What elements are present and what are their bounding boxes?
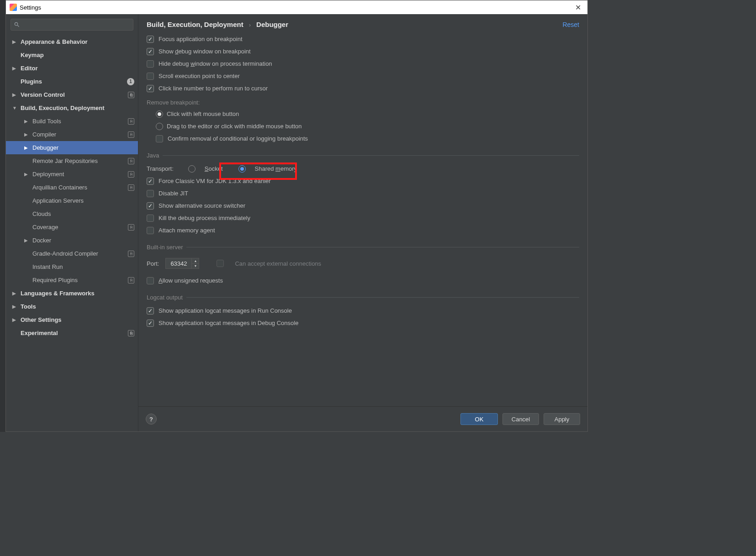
sidebar-item-instant-run[interactable]: Instant Run (6, 260, 138, 273)
port-spinner[interactable]: ▲ ▼ (165, 258, 199, 269)
sidebar-item-label: Experimental (21, 330, 128, 336)
label-scroll-to-center: Scroll execution point to center (159, 73, 240, 79)
sidebar-item-remote-jar-repositories[interactable]: Remote Jar Repositories⎘ (6, 154, 138, 168)
sidebar-item-label: Plugins (21, 78, 127, 85)
settings-dialog: Settings ✕ ▶Appearance & BehaviorKeymap▶… (5, 0, 588, 432)
tree-arrow-icon: ▶ (12, 66, 18, 71)
background-window-sliver (0, 0, 5, 432)
sidebar-item-label: Keymap (21, 52, 134, 58)
checkbox-logcat-debug[interactable] (147, 320, 154, 327)
cancel-button[interactable]: Cancel (502, 413, 539, 425)
tree-arrow-icon: ▶ (24, 238, 30, 243)
radio-transport-socket[interactable] (188, 165, 196, 173)
checkbox-disable-jit[interactable] (147, 190, 154, 197)
section-builtin-server: Built-in server Port: ▲ ▼ Can accept (147, 244, 579, 287)
label-port: Port: (147, 260, 159, 267)
sidebar-item-label: Docker (32, 237, 134, 244)
sidebar-item-keymap[interactable]: Keymap (6, 48, 138, 62)
label-logcat-debug: Show application logcat messages in Debu… (159, 320, 298, 326)
port-stepper[interactable]: ▲ ▼ (191, 258, 199, 268)
port-step-down-icon[interactable]: ▼ (192, 264, 199, 269)
breadcrumb-parent[interactable]: Build, Execution, Deployment (147, 21, 243, 28)
sidebar-item-label: Editor (21, 65, 134, 72)
sidebar-item-coverage[interactable]: Coverage⎘ (6, 220, 138, 234)
close-button[interactable]: ✕ (572, 3, 584, 12)
checkbox-accept-external[interactable] (217, 260, 224, 267)
checkbox-logcat-run[interactable] (147, 307, 154, 315)
checkbox-force-classic-vm[interactable] (147, 178, 154, 185)
tree-arrow-icon: ▶ (24, 172, 30, 177)
sidebar-item-plugins[interactable]: Plugins1 (6, 75, 138, 88)
sidebar-item-docker[interactable]: ▶Docker (6, 234, 138, 247)
apply-button[interactable]: Apply (544, 413, 580, 425)
sidebar-item-build-tools[interactable]: ▶Build Tools⎘ (6, 115, 138, 128)
settings-tree: ▶Appearance & BehaviorKeymap▶EditorPlugi… (6, 33, 138, 431)
sidebar-item-application-servers[interactable]: Application Servers (6, 194, 138, 207)
checkbox-kill-debug-process[interactable] (147, 215, 154, 222)
checkbox-confirm-removal[interactable] (156, 135, 163, 142)
sidebar-item-label: Build, Execution, Deployment (21, 105, 134, 111)
main-panel: Build, Execution, Deployment › Debugger … (138, 14, 587, 431)
radio-transport-shared-memory[interactable] (238, 165, 246, 173)
search-input-wrap[interactable] (11, 19, 133, 31)
breadcrumb-separator: › (249, 22, 251, 28)
label-alt-source-switcher: Show alternative source switcher (159, 202, 245, 209)
project-scope-icon: ⎘ (128, 330, 134, 336)
sidebar-item-arquillian-containers[interactable]: Arquillian Containers⎘ (6, 181, 138, 194)
tree-arrow-icon: ▶ (12, 317, 18, 322)
sidebar-item-debugger[interactable]: ▶Debugger (6, 141, 138, 154)
sidebar-item-other-settings[interactable]: ▶Other Settings (6, 313, 138, 326)
window-title: Settings (20, 4, 572, 11)
port-input[interactable] (166, 260, 191, 267)
sidebar-item-experimental[interactable]: Experimental⎘ (6, 326, 138, 340)
ok-button[interactable]: OK (460, 413, 498, 425)
tree-arrow-icon: ▶ (12, 291, 18, 296)
radio-remove-drag[interactable] (156, 123, 163, 130)
sidebar: ▶Appearance & BehaviorKeymap▶EditorPlugi… (6, 14, 138, 431)
sidebar-item-clouds[interactable]: Clouds (6, 207, 138, 220)
checkbox-hide-debug-window[interactable] (147, 60, 154, 68)
checkbox-focus-on-breakpoint[interactable] (147, 36, 154, 43)
label-transport-shared-memory: Shared memory (255, 165, 297, 172)
tree-arrow-icon: ▶ (12, 304, 18, 309)
search-input[interactable] (22, 21, 130, 28)
help-button[interactable]: ? (146, 414, 157, 425)
checkbox-allow-unsigned[interactable] (147, 277, 154, 284)
sidebar-item-build-execution-deployment[interactable]: ▼Build, Execution, Deployment (6, 101, 138, 115)
sidebar-item-deployment[interactable]: ▶Deployment⎘ (6, 168, 138, 181)
checkbox-scroll-to-center[interactable] (147, 73, 154, 80)
checkbox-show-debug-window[interactable] (147, 48, 154, 55)
sidebar-item-label: Appearance & Behavior (21, 38, 134, 45)
section-java: Java Transport: Socket Shared memory For… (147, 152, 579, 236)
radio-remove-click[interactable] (156, 110, 163, 118)
project-scope-icon: ⎘ (128, 184, 134, 191)
breadcrumb-current: Debugger (256, 21, 288, 28)
checkbox-alt-source-switcher[interactable] (147, 202, 154, 210)
sidebar-item-label: Compiler (32, 131, 128, 138)
sidebar-item-editor[interactable]: ▶Editor (6, 62, 138, 75)
main-content: Focus application on breakpoint Show deb… (138, 33, 587, 406)
label-transport-socket: Socket (205, 165, 223, 172)
sidebar-item-label: Gradle-Android Compiler (32, 250, 128, 257)
sidebar-item-label: Required Plugins (32, 277, 128, 283)
legend-builtin-server: Built-in server (147, 244, 186, 251)
sidebar-item-appearance-behavior[interactable]: ▶Appearance & Behavior (6, 35, 138, 48)
checkbox-click-line-number[interactable] (147, 85, 154, 92)
sidebar-item-version-control[interactable]: ▶Version Control⎘ (6, 88, 138, 101)
checkbox-attach-memory-agent[interactable] (147, 227, 154, 234)
tree-arrow-icon: ▶ (24, 119, 30, 124)
sidebar-item-gradle-android-compiler[interactable]: Gradle-Android Compiler⎘ (6, 247, 138, 260)
sidebar-item-label: Debugger (32, 144, 134, 151)
port-step-up-icon[interactable]: ▲ (192, 258, 199, 264)
sidebar-item-label: Arquillian Containers (32, 184, 128, 191)
main-header: Build, Execution, Deployment › Debugger … (138, 14, 587, 33)
project-scope-icon: ⎘ (128, 118, 134, 125)
sidebar-item-compiler[interactable]: ▶Compiler⎘ (6, 128, 138, 141)
section-logcat: Logcat output Show application logcat me… (147, 294, 579, 329)
reset-link[interactable]: Reset (562, 21, 579, 28)
sidebar-item-languages-frameworks[interactable]: ▶Languages & Frameworks (6, 287, 138, 300)
button-bar: ? OK Cancel Apply (138, 406, 587, 431)
sidebar-item-required-plugins[interactable]: Required Plugins⎘ (6, 273, 138, 287)
sidebar-item-tools[interactable]: ▶Tools (6, 300, 138, 313)
legend-java: Java (147, 152, 163, 159)
